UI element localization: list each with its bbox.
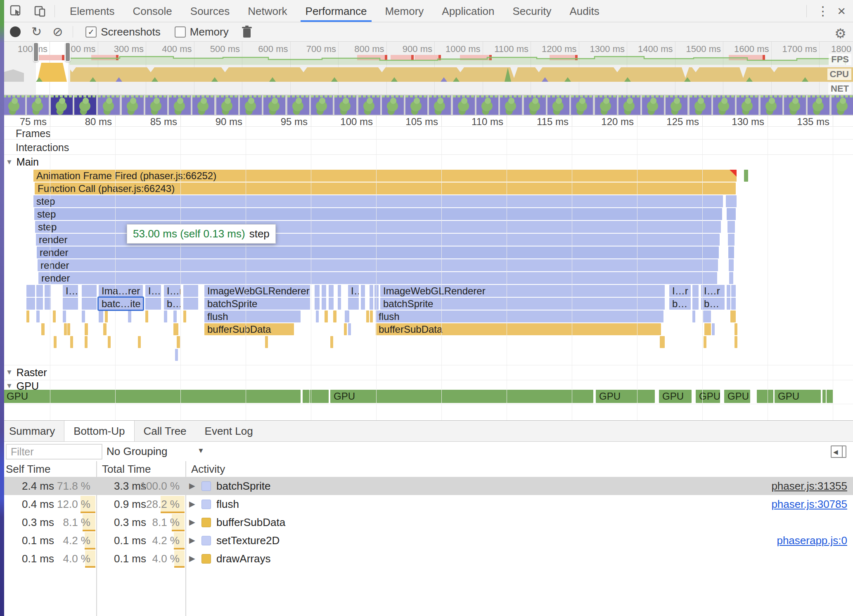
screenshot-thumbnail[interactable] [311, 95, 333, 115]
screenshot-thumbnail[interactable] [98, 95, 120, 115]
flame-bar[interactable] [322, 298, 326, 310]
flame-bar[interactable]: bufferSubData [204, 323, 294, 335]
record-button[interactable] [10, 26, 21, 37]
expand-arrow-icon[interactable]: ▶ [189, 550, 195, 568]
flame-bar[interactable] [265, 336, 268, 348]
flame-bar[interactable] [26, 298, 35, 310]
screenshot-thumbnail[interactable] [784, 95, 806, 115]
filter-input[interactable] [6, 444, 102, 460]
tab-network[interactable]: Network [239, 0, 296, 22]
flame-bar[interactable]: render [38, 272, 717, 284]
screenshot-thumbnail[interactable] [287, 95, 309, 115]
flame-bar[interactable] [26, 310, 29, 322]
flame-bar[interactable] [727, 285, 730, 297]
screenshot-thumbnail[interactable] [666, 95, 687, 115]
flame-bar[interactable]: b… [164, 298, 180, 310]
gpu-activity-bar[interactable] [310, 390, 329, 403]
screenshot-thumbnail[interactable] [216, 95, 238, 115]
flame-bar[interactable] [338, 298, 341, 310]
flame-bar[interactable] [63, 298, 78, 310]
flame-bar[interactable] [145, 298, 161, 310]
flame-bar[interactable] [728, 246, 734, 258]
flame-bar[interactable] [692, 298, 699, 310]
expand-arrow-icon[interactable]: ▶ [189, 513, 195, 531]
gpu-activity-bar[interactable] [757, 390, 773, 403]
screenshot-thumbnail[interactable] [761, 95, 782, 115]
memory-checkbox[interactable] [175, 26, 186, 38]
tab-elements[interactable]: Elements [61, 0, 123, 22]
gpu-activity-bar[interactable] [827, 390, 830, 403]
flame-bar[interactable]: I… [63, 285, 78, 297]
show-sidebar-icon[interactable]: ◀ [831, 445, 846, 458]
flame-bar[interactable] [64, 323, 67, 335]
column-header-self-time[interactable]: Self Time [6, 463, 50, 476]
selection-handle-right[interactable] [65, 42, 71, 62]
flame-bar[interactable] [333, 310, 336, 322]
flame-bar[interactable]: render [38, 259, 718, 271]
flame-bar[interactable]: render [37, 246, 719, 258]
flame-bar[interactable] [164, 310, 167, 322]
flame-bar[interactable] [70, 336, 73, 348]
flame-bar[interactable] [735, 336, 737, 348]
screenshot-thumbnail[interactable] [832, 95, 853, 115]
flame-bar[interactable] [374, 298, 379, 310]
flame-bar[interactable] [315, 285, 320, 297]
screenshot-thumbnail[interactable] [3, 95, 25, 115]
flame-bar[interactable] [370, 310, 373, 322]
flame-bar[interactable] [344, 323, 347, 335]
inspect-element-icon[interactable] [8, 4, 24, 18]
flame-bar[interactable] [316, 310, 319, 322]
flame-bar[interactable] [325, 310, 328, 322]
screenshot-thumbnail[interactable] [808, 95, 829, 115]
flame-bar[interactable] [330, 336, 333, 348]
source-link[interactable]: phaser.js:30785 [771, 495, 847, 513]
screenshot-thumbnail[interactable] [690, 95, 711, 115]
main-section-header[interactable]: ▼ Main [6, 156, 39, 168]
gpu-activity-bar[interactable] [306, 390, 309, 403]
clear-recording-icon[interactable]: ⊘ [52, 26, 63, 38]
flame-bar[interactable] [82, 285, 97, 297]
flame-bar[interactable] [82, 298, 97, 310]
details-tab-event-log[interactable]: Event Log [196, 421, 262, 441]
screenshot-thumbnail[interactable] [145, 95, 167, 115]
screenshot-thumbnail[interactable] [74, 95, 96, 115]
flame-bar[interactable] [366, 310, 369, 322]
flame-bar[interactable]: flush [376, 310, 663, 322]
flame-bar[interactable] [315, 298, 320, 310]
screenshot-filmstrip[interactable] [0, 95, 853, 116]
flame-bar[interactable]: I…r [164, 285, 180, 297]
screenshot-thumbnail[interactable] [713, 95, 735, 115]
column-header-total-time[interactable]: Total Time [102, 463, 151, 476]
capture-settings-gear-icon[interactable]: ⚙ [834, 26, 846, 41]
details-tab-summary[interactable]: Summary [0, 421, 64, 441]
reload-and-profile-icon[interactable]: ↻ [31, 26, 42, 38]
flame-bar[interactable] [703, 310, 711, 322]
screenshot-thumbnail[interactable] [358, 95, 380, 115]
screenshot-thumbnail[interactable] [27, 95, 49, 115]
screenshots-checkbox[interactable]: ✓ [85, 26, 97, 38]
table-row[interactable]: 2.4 ms71.8 %3.3 ms100.0 %▶batchSpritepha… [0, 477, 853, 495]
raster-section-header[interactable]: ▼ Raster [0, 365, 853, 379]
screenshot-thumbnail[interactable] [382, 95, 404, 115]
flame-bar[interactable] [731, 285, 736, 297]
flame-bar[interactable] [128, 310, 131, 322]
main-flame-chart[interactable]: Animation Frame Fired (phaser.js:66252)F… [0, 170, 853, 362]
flame-bar[interactable] [99, 310, 103, 322]
flame-bar[interactable] [145, 310, 148, 322]
flame-bar[interactable] [692, 310, 695, 322]
interactions-track[interactable]: Interactions [0, 139, 853, 155]
screenshot-thumbnail[interactable] [737, 95, 758, 115]
screenshot-thumbnail[interactable] [192, 95, 214, 115]
tab-console[interactable]: Console [123, 0, 181, 22]
flame-bar[interactable]: bufferSubData [376, 323, 661, 335]
flame-bar[interactable] [374, 285, 379, 297]
tab-audits[interactable]: Audits [560, 0, 608, 22]
close-icon[interactable]: × [835, 3, 853, 19]
flame-bar[interactable] [345, 310, 349, 322]
flame-bar[interactable]: b… [669, 298, 691, 310]
screenshot-thumbnail[interactable] [524, 95, 546, 115]
screenshot-thumbnail[interactable] [476, 95, 498, 115]
source-link[interactable]: phaser.js:31355 [771, 477, 847, 495]
flame-bar[interactable]: Function Call (phaser.js:66243) [35, 182, 736, 194]
expand-arrow-icon[interactable]: ▶ [189, 477, 195, 495]
